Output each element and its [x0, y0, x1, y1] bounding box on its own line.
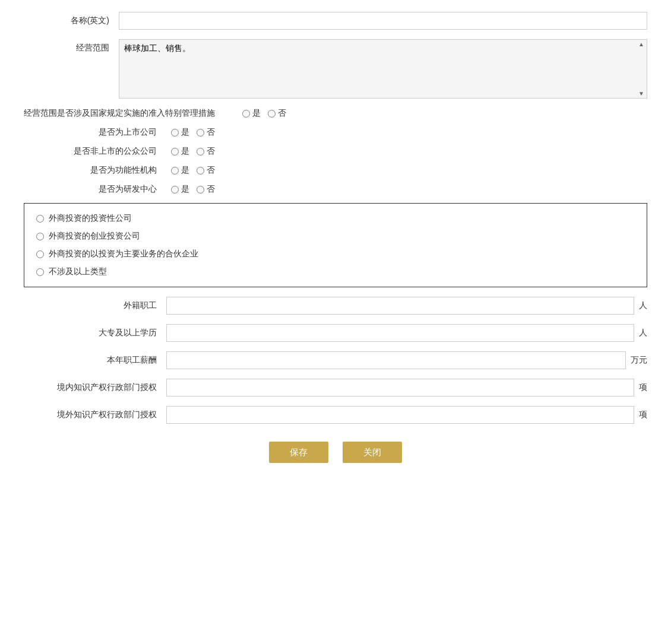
- functional-radio-group: 是 否: [166, 165, 215, 176]
- research-center-yes[interactable]: 是: [171, 184, 189, 195]
- non-listed-yes-radio[interactable]: [171, 148, 179, 156]
- foreign-employees-label: 外籍职工: [24, 300, 166, 311]
- english-name-input[interactable]: [119, 12, 647, 30]
- functional-label: 是否为功能性机构: [24, 165, 166, 176]
- annual-salary-unit: 万元: [631, 355, 647, 366]
- listed-company-no[interactable]: 否: [197, 127, 215, 138]
- domestic-ip-input[interactable]: [166, 379, 634, 396]
- foreign-investment-option1-radio[interactable]: [36, 215, 44, 223]
- research-center-yes-label[interactable]: 是: [181, 184, 189, 195]
- english-name-label: 各称(英文): [24, 15, 119, 26]
- business-scope-row: 经营范围 棒球加工、销售。 ▲ ▼: [24, 39, 647, 99]
- foreign-investment-option1[interactable]: 外商投资的投资性公司: [36, 213, 635, 224]
- foreign-ip-input[interactable]: [166, 406, 634, 424]
- non-listed-row: 是否非上市的公众公司 是 否: [24, 146, 647, 157]
- special-management-yes-radio[interactable]: [242, 110, 250, 118]
- non-listed-label: 是否非上市的公众公司: [24, 146, 166, 157]
- foreign-employees-row: 外籍职工 人: [24, 297, 647, 315]
- special-management-label: 经营范围是否涉及国家规定实施的准入特别管理措施: [24, 108, 238, 119]
- listed-company-yes-radio[interactable]: [171, 129, 179, 137]
- non-listed-no-label[interactable]: 否: [207, 146, 215, 157]
- foreign-employees-unit: 人: [639, 300, 647, 311]
- foreign-investment-option3-radio[interactable]: [36, 250, 44, 258]
- functional-no-radio[interactable]: [197, 167, 204, 175]
- special-management-no-label[interactable]: 否: [278, 108, 286, 119]
- foreign-investment-box: 外商投资的投资性公司 外商投资的创业投资公司 外商投资的以投资为主要业务的合伙企…: [24, 203, 647, 287]
- domestic-ip-label: 境内知识产权行政部门授权: [24, 382, 166, 393]
- foreign-investment-option3-label: 外商投资的以投资为主要业务的合伙企业: [49, 249, 198, 259]
- foreign-ip-label: 境外知识产权行政部门授权: [24, 410, 166, 420]
- functional-yes-label[interactable]: 是: [181, 165, 189, 176]
- non-listed-no-radio[interactable]: [197, 148, 204, 156]
- foreign-investment-option2[interactable]: 外商投资的创业投资公司: [36, 231, 635, 242]
- listed-company-no-radio[interactable]: [197, 129, 204, 137]
- functional-no[interactable]: 否: [197, 165, 215, 176]
- research-center-yes-radio[interactable]: [171, 186, 179, 193]
- domestic-ip-unit: 项: [639, 382, 647, 393]
- special-management-yes[interactable]: 是: [242, 108, 261, 119]
- annual-salary-input[interactable]: [166, 351, 626, 369]
- non-listed-no[interactable]: 否: [197, 146, 215, 157]
- scroll-down-icon[interactable]: ▼: [638, 90, 644, 97]
- english-name-row: 各称(英文): [24, 12, 647, 30]
- domestic-ip-row: 境内知识产权行政部门授权 项: [24, 379, 647, 396]
- listed-company-radio-group: 是 否: [166, 127, 215, 138]
- special-management-yes-label[interactable]: 是: [252, 108, 261, 119]
- business-scope-textarea[interactable]: 棒球加工、销售。: [119, 40, 647, 98]
- foreign-investment-option1-label: 外商投资的投资性公司: [49, 213, 132, 224]
- close-button[interactable]: 关闭: [343, 442, 402, 463]
- research-center-label: 是否为研发中心: [24, 184, 166, 195]
- research-center-row: 是否为研发中心 是 否: [24, 184, 647, 195]
- listed-company-no-label[interactable]: 否: [207, 127, 215, 138]
- annual-salary-label: 本年职工薪酬: [24, 355, 166, 366]
- special-management-radio-group: 是 否: [238, 108, 286, 119]
- listed-company-yes-label[interactable]: 是: [181, 127, 189, 138]
- college-degree-input[interactable]: [166, 324, 634, 342]
- functional-row: 是否为功能性机构 是 否: [24, 165, 647, 176]
- research-center-no[interactable]: 否: [197, 184, 215, 195]
- non-listed-yes-label[interactable]: 是: [181, 146, 189, 157]
- listed-company-yes[interactable]: 是: [171, 127, 189, 138]
- college-degree-row: 大专及以上学历 人: [24, 324, 647, 342]
- foreign-investment-option2-label: 外商投资的创业投资公司: [49, 231, 140, 242]
- special-management-row: 经营范围是否涉及国家规定实施的准入特别管理措施 是 否: [24, 108, 647, 119]
- scrollbar: ▲ ▼: [637, 41, 645, 97]
- foreign-ip-unit: 项: [639, 410, 647, 420]
- foreign-investment-option3[interactable]: 外商投资的以投资为主要业务的合伙企业: [36, 249, 635, 259]
- foreign-ip-row: 境外知识产权行政部门授权 项: [24, 406, 647, 424]
- functional-no-label[interactable]: 否: [207, 165, 215, 176]
- college-degree-unit: 人: [639, 328, 647, 338]
- foreign-investment-option4-radio[interactable]: [36, 268, 44, 276]
- form-section: 各称(英文) 经营范围 棒球加工、销售。 ▲ ▼ 经营范围是否涉及国家规定实施的…: [24, 12, 647, 463]
- research-center-no-label[interactable]: 否: [207, 184, 215, 195]
- scroll-up-icon[interactable]: ▲: [638, 41, 644, 47]
- business-scope-wrapper: 棒球加工、销售。 ▲ ▼: [119, 39, 647, 99]
- special-management-no-radio[interactable]: [268, 110, 276, 118]
- research-center-no-radio[interactable]: [197, 186, 204, 193]
- button-row: 保存 关闭: [24, 442, 647, 463]
- special-management-no[interactable]: 否: [268, 108, 286, 119]
- foreign-employees-input[interactable]: [166, 297, 634, 315]
- listed-company-row: 是否为上市公司 是 否: [24, 127, 647, 138]
- non-listed-yes[interactable]: 是: [171, 146, 189, 157]
- foreign-investment-option4[interactable]: 不涉及以上类型: [36, 267, 635, 277]
- non-listed-radio-group: 是 否: [166, 146, 215, 157]
- foreign-investment-option4-label: 不涉及以上类型: [49, 267, 107, 277]
- business-scope-label: 经营范围: [24, 43, 119, 53]
- listed-company-label: 是否为上市公司: [24, 127, 166, 138]
- functional-yes-radio[interactable]: [171, 167, 179, 175]
- functional-yes[interactable]: 是: [171, 165, 189, 176]
- annual-salary-row: 本年职工薪酬 万元: [24, 351, 647, 369]
- college-degree-label: 大专及以上学历: [24, 328, 166, 338]
- research-center-radio-group: 是 否: [166, 184, 215, 195]
- foreign-investment-option2-radio[interactable]: [36, 233, 44, 240]
- save-button[interactable]: 保存: [269, 442, 328, 463]
